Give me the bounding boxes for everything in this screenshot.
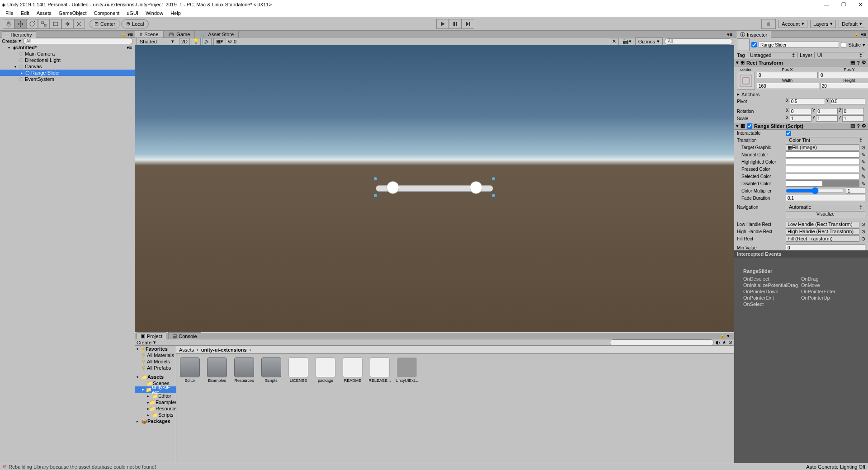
project-tab[interactable]: ▣Project (137, 332, 166, 339)
2d-toggle[interactable]: 2D (179, 38, 190, 45)
move-tool[interactable] (14, 19, 26, 29)
object-picker-icon[interactable]: ⊙ (861, 145, 865, 150)
hierarchy-item[interactable]: ⬡ Main Camera (0, 51, 135, 57)
menu-window[interactable]: Window (142, 9, 167, 17)
fav-item[interactable]: ⚲ All Materials (135, 352, 176, 358)
folder-item[interactable]: ▸📁Resources (135, 405, 176, 412)
panel-menu-icon[interactable]: ▾≡ (725, 32, 734, 38)
posx-field[interactable] (757, 72, 818, 78)
fav-item[interactable]: ⚲ All Models (135, 358, 176, 365)
account-dropdown[interactable]: Account▾ (778, 20, 807, 28)
anchor-preset-button[interactable] (737, 72, 755, 90)
disabled-color-field[interactable] (786, 180, 859, 187)
transform-tool[interactable] (61, 19, 73, 29)
camera-dropdown[interactable]: 📷▾ (621, 38, 633, 45)
asset-file[interactable]: LICENSE (288, 357, 308, 383)
hierarchy-tab[interactable]: ≡Hierarchy (2, 31, 36, 38)
lock-icon[interactable]: 🔒 (854, 32, 859, 37)
menu-help[interactable]: Help (167, 9, 184, 17)
console-tab[interactable]: ▤Console (168, 332, 201, 339)
scale-z-field[interactable] (842, 115, 864, 122)
object-picker-icon[interactable]: ⊙ (861, 221, 865, 227)
audio-toggle[interactable]: 🔊 (203, 38, 212, 45)
pivot-y-field[interactable] (830, 98, 865, 104)
chevron-down-icon[interactable]: ▾ (863, 42, 865, 48)
hierarchy-search[interactable] (23, 38, 133, 44)
scene-menu-icon[interactable]: ▾≡ (127, 45, 132, 51)
close-button[interactable]: ✕ (855, 2, 866, 8)
scene-row[interactable]: ▾◈Untitled*▾≡ (0, 44, 135, 51)
rot-z-field[interactable] (842, 108, 864, 114)
maximize-button[interactable]: ❐ (838, 2, 849, 8)
eyedropper-icon[interactable]: ✎ (861, 174, 865, 179)
favorites-row[interactable]: ▾★Favorites (135, 346, 176, 352)
packages-row[interactable]: ▸📦Packages (135, 418, 176, 424)
asset-file[interactable]: README (343, 357, 363, 383)
inspector-tab[interactable]: ⓘInspector (736, 30, 771, 38)
fx-dropdown[interactable]: ▦▾ (213, 38, 226, 45)
help-icon[interactable]: ? (857, 60, 860, 66)
help-icon[interactable]: ? (857, 123, 860, 129)
gear-icon[interactable]: ⚙ (862, 123, 866, 129)
menu-assets[interactable]: Assets (33, 9, 55, 17)
folder-item[interactable]: ▸📁Editor (135, 393, 176, 399)
custom-tool[interactable] (73, 19, 85, 29)
menu-ugui[interactable]: uGUI (123, 9, 142, 17)
hierarchy-item[interactable]: ⬡ Directional Light (0, 57, 135, 63)
lighting-toggle[interactable]: 💡 (192, 38, 201, 45)
asset-file[interactable]: RELEASE... (370, 357, 390, 383)
project-search[interactable] (610, 339, 714, 346)
selected-color-field[interactable] (786, 173, 859, 179)
hand-tool[interactable] (3, 19, 14, 29)
preset-icon[interactable]: ▤ (850, 60, 855, 66)
asset-folder[interactable]: Resources (234, 357, 254, 383)
scene-search[interactable] (665, 38, 732, 45)
scale-tool[interactable] (38, 19, 50, 29)
hierarchy-item[interactable]: ▾⬡ Canvas (0, 63, 135, 70)
fav-item[interactable]: ⚲ All Prefabs (135, 365, 176, 371)
pivot-rotation-button[interactable]: ⊕Local (121, 19, 149, 28)
rot-y-field[interactable] (816, 108, 838, 114)
create-dropdown[interactable]: Create (2, 38, 17, 44)
static-checkbox[interactable] (841, 42, 846, 47)
pressed-color-field[interactable] (786, 166, 859, 172)
interactable-checkbox[interactable] (786, 131, 791, 136)
save-search-icon[interactable]: ★ (722, 339, 726, 345)
eyedropper-icon[interactable]: ✎ (861, 159, 865, 165)
height-field[interactable] (820, 83, 868, 89)
rotate-tool[interactable] (26, 19, 38, 29)
preset-icon[interactable]: ▤ (850, 123, 855, 129)
collab-button[interactable] (761, 19, 776, 29)
tag-dropdown[interactable]: Untagged‡ (747, 52, 798, 58)
range-slider-gameobject[interactable] (376, 184, 493, 193)
step-button[interactable] (462, 19, 474, 29)
asset-folder[interactable]: Editor (180, 357, 200, 383)
scale-y-field[interactable] (816, 115, 838, 122)
panel-menu-icon[interactable]: ▾≡ (127, 32, 133, 38)
object-picker-icon[interactable]: ⊙ (861, 229, 865, 235)
play-button[interactable] (436, 19, 449, 29)
eyedropper-icon[interactable]: ✎ (861, 181, 865, 187)
breadcrumb-item[interactable]: unity-ui-extensions (201, 347, 247, 352)
hierarchy-item-selected[interactable]: ▸⬡ Range Slider (0, 70, 135, 76)
active-checkbox[interactable] (751, 42, 757, 47)
scale-x-field[interactable] (790, 115, 811, 122)
pause-button[interactable] (449, 19, 462, 29)
normal-color-field[interactable] (786, 151, 859, 158)
panel-menu-icon[interactable]: ▾≡ (861, 32, 866, 38)
low-handle[interactable] (387, 181, 399, 194)
scene-view[interactable] (135, 45, 734, 332)
posy-field[interactable] (819, 72, 868, 78)
pivot-x-field[interactable] (790, 98, 825, 104)
filter-icon[interactable]: ◐ (716, 339, 720, 345)
high-handle-field[interactable]: High Handle (Rect Transform) (786, 228, 859, 235)
minimize-button[interactable]: — (820, 2, 832, 8)
lock-icon[interactable]: 🔒 (121, 32, 126, 37)
color-multiplier-slider[interactable] (786, 188, 844, 193)
fade-duration-field[interactable] (786, 195, 865, 201)
menu-gameobject[interactable]: GameObject (55, 9, 90, 17)
menu-edit[interactable]: Edit (17, 9, 33, 17)
layout-dropdown[interactable]: Default▾ (839, 20, 865, 28)
visualize-button[interactable]: Visualize (786, 211, 865, 218)
range-slider-header[interactable]: ▾ ▦ Range Slider (Script) ▤ ? ⚙ (734, 122, 868, 130)
